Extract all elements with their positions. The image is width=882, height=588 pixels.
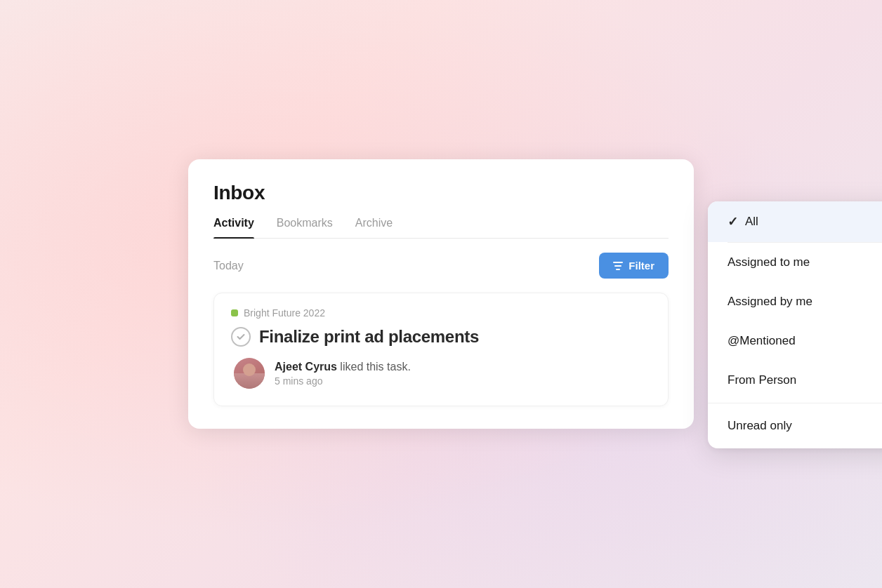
task-card: Bright Future 2022 Finalize print ad pla… — [213, 293, 669, 406]
avatar — [234, 358, 265, 389]
activity-main: Ajeet Cyrus liked this task. — [275, 361, 411, 373]
dropdown-item-left-abm: Assigned by me — [728, 295, 812, 309]
dropdown-label-assigned-to-me: Assigned to me — [728, 255, 810, 269]
filter-icon — [613, 262, 623, 270]
task-title-row: Finalize print ad placements — [231, 327, 651, 347]
task-check-icon[interactable] — [231, 327, 251, 347]
filter-button[interactable]: Filter — [599, 253, 669, 279]
dropdown-item-all[interactable]: ✓ All — [708, 201, 882, 242]
dropdown-label-all: All — [745, 215, 758, 229]
filter-button-label: Filter — [628, 260, 654, 272]
check-mark-icon: ✓ — [728, 214, 738, 229]
inbox-title: Inbox — [213, 182, 669, 204]
activity-time: 5 mins ago — [275, 375, 411, 387]
avatar-face — [234, 358, 265, 389]
dropdown-item-mentioned[interactable]: @Mentioned — [708, 321, 882, 361]
project-dot — [231, 309, 238, 316]
project-name: Bright Future 2022 — [244, 307, 325, 319]
dropdown-item-from-person[interactable]: From Person — [708, 361, 882, 400]
check-svg — [236, 332, 246, 342]
activity-action: liked this task. — [337, 361, 411, 373]
dropdown-label-assigned-by-me: Assigned by me — [728, 295, 812, 309]
dropdown-item-assigned-to-me[interactable]: Assigned to me — [708, 243, 882, 282]
tab-bookmarks[interactable]: Bookmarks — [277, 217, 333, 238]
inbox-tabs: Activity Bookmarks Archive — [213, 217, 669, 239]
unread-row: Unread only — [708, 403, 882, 448]
dropdown-item-left-all: ✓ All — [728, 214, 758, 229]
dropdown-item-left-atm: Assigned to me — [728, 255, 810, 269]
dropdown-item-left-fp: From Person — [728, 373, 796, 387]
tab-archive[interactable]: Archive — [355, 217, 393, 238]
date-filter-row: Today Filter — [213, 253, 669, 279]
task-activity: Ajeet Cyrus liked this task. 5 mins ago — [234, 358, 651, 389]
activity-user: Ajeet Cyrus — [275, 361, 337, 373]
dropdown-item-left-mentioned: @Mentioned — [728, 334, 796, 348]
activity-text: Ajeet Cyrus liked this task. 5 mins ago — [275, 361, 411, 387]
inbox-panel: Inbox Activity Bookmarks Archive Today F… — [188, 159, 694, 429]
dropdown-item-assigned-by-me[interactable]: Assigned by me — [708, 282, 882, 321]
task-title: Finalize print ad placements — [259, 327, 479, 347]
dropdown-label-from-person: From Person — [728, 373, 796, 387]
filter-dropdown: ✓ All Assigned to me Assigned by me @Men… — [708, 201, 882, 448]
dropdown-label-mentioned: @Mentioned — [728, 334, 796, 348]
inbox-body: Today Filter Bright Future 2022 — [188, 239, 694, 429]
unread-label: Unread only — [728, 419, 792, 433]
inbox-header: Inbox Activity Bookmarks Archive — [188, 159, 694, 239]
tab-activity[interactable]: Activity — [213, 217, 254, 238]
date-label: Today — [213, 260, 244, 272]
task-project: Bright Future 2022 — [231, 307, 651, 319]
